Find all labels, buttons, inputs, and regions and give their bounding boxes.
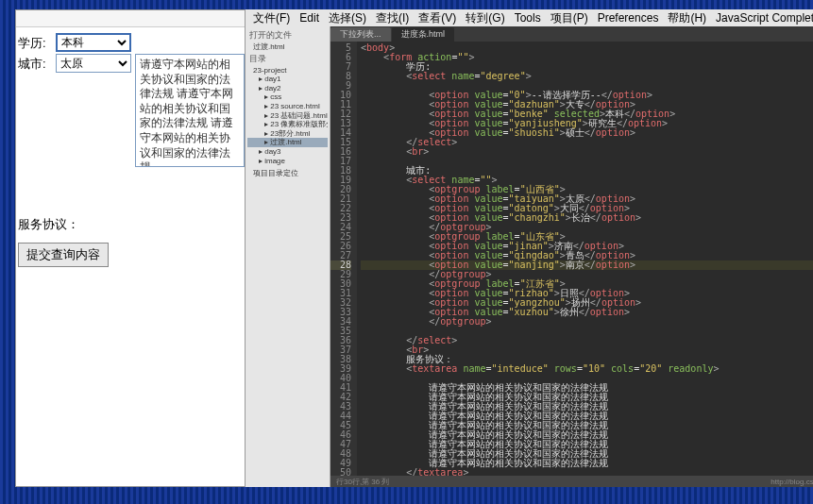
tree-item[interactable]: ▸ 23 像素标准版部分图.html	[247, 120, 328, 129]
status-right: http://blog.csdn.net/u010758	[771, 478, 813, 486]
open-files-label: 打开的文件	[247, 28, 328, 42]
menu-item[interactable]: JavaScript Completions Tools	[712, 11, 813, 25]
sidebar-other[interactable]: 项目目录定位	[247, 169, 328, 178]
service-textarea[interactable]: 请遵守本网站的相关协议和国家的法律法规 请遵守本网站的相关协议和国家的法律法规 …	[135, 54, 245, 167]
tree-item[interactable]: ▸ day2	[247, 84, 328, 93]
tree-item[interactable]: ▸ image	[247, 157, 328, 166]
tree-item[interactable]: ▸ 23 source.html	[247, 102, 328, 111]
line-gutter: 5678910111213141516171819202122232425262…	[330, 42, 357, 476]
tree-item[interactable]: ▸ 23部分.html	[247, 129, 328, 139]
file-sidebar[interactable]: 打开的文件 过渡.html 目录 23-project ▸ day1▸ day2…	[246, 26, 330, 487]
submit-button[interactable]: 提交查询内容	[18, 243, 109, 267]
menu-item[interactable]: 查看(V)	[415, 10, 460, 26]
menu-item[interactable]: 选择(S)	[325, 10, 370, 26]
code-content[interactable]: <body> <form action=""> 学历: <select name…	[357, 42, 813, 476]
editor-window: 文件(F)Edit选择(S)查找(I)查看(V)转到(G)Tools项目(P)P…	[246, 9, 813, 487]
menu-item[interactable]: Edit	[296, 11, 323, 25]
code-editor[interactable]: 5678910111213141516171819202122232425262…	[330, 42, 813, 476]
city-label: 城市:	[18, 54, 56, 73]
degree-label: 学历:	[18, 33, 56, 52]
tree-item[interactable]: ▸ 过渡.html	[247, 138, 328, 147]
status-left: 行30行,第 36 列	[336, 477, 389, 487]
menu-item[interactable]: Tools	[511, 11, 545, 25]
menu-item[interactable]: 帮助(H)	[664, 10, 710, 26]
menu-item[interactable]: 转到(G)	[462, 10, 508, 26]
browser-preview-pane: 学历: 本科 城市: 太原 请遵守本网站的相关协议和国家的法律法规 请遵守本网站…	[15, 9, 246, 487]
menu-item[interactable]: Preferences	[594, 11, 663, 25]
tab-2[interactable]: 进度条.html	[392, 27, 455, 42]
folders-label: 目录	[247, 52, 328, 66]
tree-item[interactable]: ▸ day1	[247, 75, 328, 84]
tree-item[interactable]: ▸ css	[247, 92, 328, 102]
menu-item[interactable]: 文件(F)	[249, 10, 294, 26]
menu-item[interactable]: 项目(P)	[547, 10, 592, 26]
menu-bar: 文件(F)Edit选择(S)查找(I)查看(V)转到(G)Tools项目(P)P…	[246, 9, 813, 26]
city-select[interactable]: 太原	[56, 54, 131, 73]
degree-select[interactable]: 本科	[56, 33, 131, 52]
tree-item[interactable]: ▸ 23 基础问题.html	[247, 111, 328, 121]
project-root[interactable]: 23-project	[247, 66, 328, 76]
tree-item[interactable]: ▸ day3	[247, 147, 328, 157]
menu-item[interactable]: 查找(I)	[372, 10, 413, 26]
browser-toolbar	[16, 10, 245, 27]
service-label: 服务协议：	[18, 216, 79, 233]
open-file-item[interactable]: 过渡.html	[247, 42, 328, 52]
status-bar: 行30行,第 36 列 http://blog.csdn.net/u010758	[330, 476, 813, 487]
tab-1[interactable]: 下拉列表...	[330, 27, 391, 42]
tab-bar: 下拉列表... 进度条.html	[330, 26, 813, 42]
